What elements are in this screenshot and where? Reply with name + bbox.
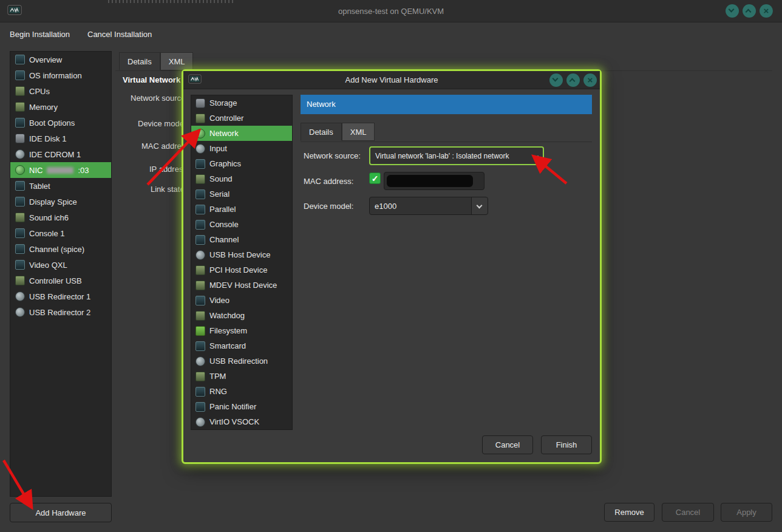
dialog-cancel-button[interactable]: Cancel xyxy=(482,435,533,454)
hardware-type-item[interactable]: Watchdog xyxy=(191,308,292,323)
dropdown-toggle-button[interactable] xyxy=(471,197,488,214)
sound-icon xyxy=(15,213,25,222)
dialog-close-button[interactable]: × xyxy=(583,73,597,87)
dialog-window-controls: × xyxy=(549,73,597,87)
network-source-dropdown[interactable]: Virtual network 'lan-lab' : Isolated net… xyxy=(369,146,544,165)
device-model-dropdown[interactable]: e1000 xyxy=(369,197,488,215)
sidebar-hardware-item[interactable]: Overview xyxy=(10,52,111,67)
mac-address-checkbox[interactable] xyxy=(369,172,381,184)
sidebar-hardware-item[interactable]: USB Redirector 1 xyxy=(10,288,111,304)
add-hardware-button[interactable]: Add Hardware xyxy=(10,503,112,522)
sidebar-hardware-item[interactable]: NIC :03 xyxy=(10,162,111,178)
chevron-up-icon xyxy=(746,9,752,15)
sidebar-item-label: Display Spice xyxy=(29,197,77,206)
sidebar-hardware-item[interactable]: Boot Options xyxy=(10,115,111,131)
hardware-type-label: Controller xyxy=(209,114,243,123)
device-model-label: Device model: xyxy=(138,119,188,128)
hardware-type-label: Input xyxy=(209,144,227,153)
sidebar-hardware-item[interactable]: Channel (spice) xyxy=(10,241,111,257)
hardware-type-item[interactable]: USB Host Device xyxy=(191,247,292,262)
hardware-type-label: Serial xyxy=(209,189,229,199)
sidebar-hardware-item[interactable]: CPUs xyxy=(10,83,111,99)
dialog-network-source-label: Network source: xyxy=(304,151,361,160)
sidebar-hardware-item[interactable]: Console 1 xyxy=(10,225,111,241)
tab-xml[interactable]: XML xyxy=(160,52,194,70)
sidebar-item-label: OS information xyxy=(29,71,82,80)
mac-address-input[interactable] xyxy=(384,172,484,190)
hardware-type-item[interactable]: RNG xyxy=(191,384,292,399)
hardware-type-item[interactable]: Graphics xyxy=(191,156,292,171)
hardware-type-item[interactable]: PCI Host Device xyxy=(191,262,292,278)
hardware-type-item[interactable]: Serial xyxy=(191,186,292,202)
hardware-type-label: RNG xyxy=(209,387,227,396)
console-icon xyxy=(15,228,25,238)
rng-icon xyxy=(195,387,205,397)
sidebar-hardware-item[interactable]: Sound ich6 xyxy=(10,210,111,225)
sidebar-item-label: IDE CDROM 1 xyxy=(29,150,81,159)
dialog-tabs: Details XML xyxy=(301,123,375,141)
sidebar-hardware-item[interactable]: Tablet xyxy=(10,178,111,194)
tab-details[interactable]: Details xyxy=(119,52,160,70)
begin-installation-button[interactable]: Begin Installation xyxy=(6,27,73,43)
window-minimize-button[interactable] xyxy=(726,4,739,18)
dialog-tab-details[interactable]: Details xyxy=(301,123,342,141)
console-icon xyxy=(195,220,205,230)
window-close-button[interactable]: × xyxy=(760,4,773,18)
sidebar-hardware-item[interactable]: Video QXL xyxy=(10,257,111,273)
hardware-type-item[interactable]: Controller xyxy=(191,111,292,126)
hardware-type-item[interactable]: Panic Notifier xyxy=(191,399,292,414)
add-hardware-dialog: Add New Virtual Hardware × Storage Contr… xyxy=(182,69,602,464)
sidebar-hardware-item[interactable]: Controller USB xyxy=(10,273,111,288)
hardware-type-item[interactable]: VirtIO VSOCK xyxy=(191,414,292,429)
hardware-type-item[interactable]: Parallel xyxy=(191,202,292,217)
close-icon: × xyxy=(583,73,597,87)
sidebar-hardware-item[interactable]: IDE CDROM 1 xyxy=(10,146,111,162)
hardware-type-item[interactable]: Smartcard xyxy=(191,338,292,353)
memory-icon xyxy=(15,102,25,112)
hardware-type-item[interactable]: Console xyxy=(191,217,292,232)
sidebar-hardware-item[interactable]: Memory xyxy=(10,99,111,115)
hardware-type-item[interactable]: USB Redirection xyxy=(191,353,292,369)
window-titlebar: opnsense-test on QEMU/KVM × xyxy=(0,0,782,22)
parallel-icon xyxy=(195,205,205,214)
video-icon xyxy=(15,260,25,270)
dialog-finish-button[interactable]: Finish xyxy=(541,435,592,454)
dialog-tab-xml[interactable]: XML xyxy=(342,123,375,141)
remove-button[interactable]: Remove xyxy=(604,503,654,522)
sidebar-hardware-item[interactable]: OS information xyxy=(10,67,111,83)
dialog-titlebar: Add New Virtual Hardware × xyxy=(183,71,600,89)
network-icon xyxy=(195,129,205,138)
sidebar-item-label: NIC xyxy=(29,166,42,175)
cancel-installation-button[interactable]: Cancel Installation xyxy=(84,27,155,43)
footer-cancel-button[interactable]: Cancel xyxy=(662,503,714,522)
sidebar-item-label: Overview xyxy=(29,55,62,64)
window-maximize-button[interactable] xyxy=(743,4,756,18)
hardware-type-item[interactable]: TPM xyxy=(191,369,292,384)
sidebar-item-label: Tablet xyxy=(29,182,50,191)
hardware-type-item[interactable]: Channel xyxy=(191,232,292,247)
hardware-type-item[interactable]: Storage xyxy=(191,95,292,111)
hardware-type-item[interactable]: Sound xyxy=(191,171,292,186)
hardware-type-label: Graphics xyxy=(209,159,241,168)
hardware-type-label: Watchdog xyxy=(209,311,245,320)
hardware-type-item[interactable]: Video xyxy=(191,293,292,308)
dialog-minimize-button[interactable] xyxy=(549,73,563,87)
chevron-down-icon xyxy=(533,154,539,160)
sidebar-hardware-item[interactable]: IDE Disk 1 xyxy=(10,131,111,146)
dialog-title: Add New Virtual Hardware xyxy=(183,71,600,89)
dialog-mac-address-label: MAC address: xyxy=(304,177,353,186)
hardware-type-item[interactable]: Network xyxy=(191,126,292,141)
hardware-type-item[interactable]: MDEV Host Device xyxy=(191,278,292,293)
sidebar-hardware-item[interactable]: Display Spice xyxy=(10,194,111,210)
hardware-type-label: Sound xyxy=(209,174,233,183)
dialog-device-model-label: Device model: xyxy=(304,202,353,211)
disk-icon xyxy=(15,134,25,143)
sidebar-hardware-item[interactable]: USB Redirector 2 xyxy=(10,304,111,320)
hardware-type-item[interactable]: Filesystem xyxy=(191,323,292,338)
dialog-maximize-button[interactable] xyxy=(566,73,580,87)
apply-button[interactable]: Apply xyxy=(721,503,772,522)
sidebar-item-label: Sound ich6 xyxy=(29,213,69,222)
close-icon: × xyxy=(760,4,773,18)
hardware-type-item[interactable]: Input xyxy=(191,141,292,156)
chevron-down-icon xyxy=(552,76,559,82)
